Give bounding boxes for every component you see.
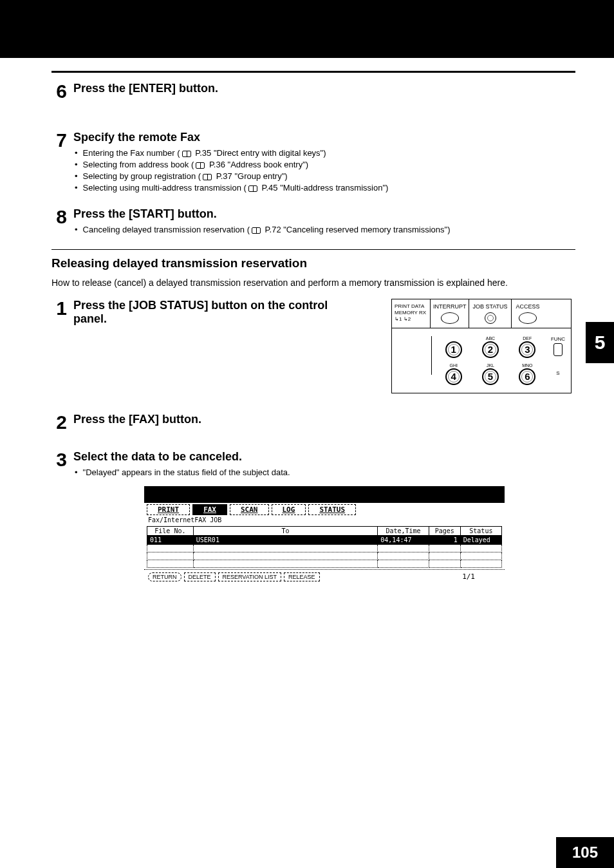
col-header: Pages <box>429 526 460 535</box>
step-number: 6 <box>51 82 73 101</box>
job-table: File No.ToDate,TimePagesStatus 011 USER0… <box>147 526 502 568</box>
cell-file: 011 <box>147 535 194 544</box>
step-b1: 1 Press the [JOB STATUS] button on the c… <box>51 299 575 393</box>
keypad-key-1: 1 <box>438 336 469 358</box>
page-indicator: 1/1 <box>462 572 475 581</box>
bullet-item: Canceling delayed transmission reservati… <box>75 225 575 234</box>
top-rule <box>51 71 575 73</box>
book-icon <box>252 227 261 234</box>
step-title: Press the [JOB STATUS] button on the con… <box>73 299 344 326</box>
step-title: Press the [START] button. <box>73 207 575 221</box>
cell-to: USER01 <box>193 535 378 544</box>
tab-status[interactable]: STATUS <box>308 504 356 515</box>
step-number: 1 <box>51 299 73 318</box>
keypad-key-4: GHI4 <box>438 363 469 385</box>
step-a8: 8Press the [START] button.Canceling dela… <box>51 207 575 236</box>
chapter-tab: 5 <box>586 322 614 363</box>
s-label: S <box>549 370 567 376</box>
table-row <box>147 552 502 560</box>
step-title: Select the data to be canceled. <box>73 450 575 464</box>
book-icon <box>196 162 205 169</box>
return-button[interactable]: RETURN <box>148 572 181 581</box>
section-rule <box>51 249 575 250</box>
bullet-item: Selecting by group registration ( P.37 "… <box>75 171 575 181</box>
keypad-key-2: ABC2 <box>475 336 505 358</box>
book-icon <box>182 151 191 157</box>
access-button-icon <box>519 312 537 324</box>
screen-subtitle: Fax/InternetFAX JOB <box>144 515 505 525</box>
panel-left-labels: PRINT DATA MEMORY RX ↳1 ↳2 <box>392 299 431 328</box>
cell-dt: 04,14:47 <box>378 535 429 544</box>
jobstatus-button-icon <box>485 312 496 324</box>
col-header: File No. <box>147 526 194 535</box>
cell-pages: 1 <box>429 535 460 544</box>
panel-col-interrupt: INTERRUPT <box>433 303 467 310</box>
book-icon <box>248 185 257 192</box>
cell-status: Delayed <box>460 535 501 544</box>
book-icon <box>203 174 212 180</box>
tab-print[interactable]: PRINT <box>147 504 190 515</box>
bullet-item: Selecting using multi-address transmissi… <box>75 183 575 193</box>
step-a7: 7Specify the remote FaxEntering the Fax … <box>51 131 575 194</box>
step-title: Press the [FAX] button. <box>73 413 575 426</box>
page-number: 105 <box>556 837 614 868</box>
step-b3: 3 Select the data to be canceled. "Delay… <box>51 450 575 584</box>
panel-col-jobstatus: JOB STATUS <box>472 303 507 310</box>
col-header: Date,Time <box>378 526 429 535</box>
keypad-key-3: DEF3 <box>512 336 543 358</box>
release-button[interactable]: RELEASE <box>284 572 320 581</box>
interrupt-button-icon <box>441 312 459 324</box>
step-title: Press the [ENTER] button. <box>73 82 575 95</box>
step-number: 2 <box>51 413 73 432</box>
step-number: 7 <box>51 131 73 194</box>
header-bar <box>0 0 614 58</box>
bullet-item: Entering the Fax number ( P.35 "Direct e… <box>75 148 575 158</box>
keypad: 1ABC2DEF3GHI4JKL5MNO6 <box>432 336 549 385</box>
step-a6: 6Press the [ENTER] button. <box>51 82 575 101</box>
func-label: FUNC <box>549 336 567 342</box>
panel-col-access: ACCESS <box>516 303 539 310</box>
step-number: 8 <box>51 207 73 236</box>
tab-log[interactable]: LOG <box>272 504 306 515</box>
page-content: 6Press the [ENTER] button.7Specify the r… <box>0 58 614 584</box>
col-header: To <box>193 526 378 535</box>
tab-scan[interactable]: SCAN <box>230 504 269 515</box>
step-b2: 2 Press the [FAX] button. <box>51 413 575 432</box>
step-title: Specify the remote Fax <box>73 131 575 144</box>
bullet-item: Selecting from address book ( P.36 "Addr… <box>75 160 575 169</box>
section-title: Releasing delayed transmission reservati… <box>51 256 575 270</box>
panel-screen <box>396 336 432 375</box>
control-panel-illustration: PRINT DATA MEMORY RX ↳1 ↳2 INTERRUPT JOB… <box>391 299 572 393</box>
table-row <box>147 560 502 567</box>
step3-note: "Delayed" appears in the status field of… <box>83 467 290 477</box>
col-header: Status <box>460 526 501 535</box>
table-row <box>147 544 502 552</box>
func-button-icon <box>554 343 563 356</box>
keypad-key-5: JKL5 <box>475 363 505 385</box>
section-desc: How to release (cancel) a delayed transm… <box>51 277 575 290</box>
delete-button[interactable]: DELETE <box>184 572 216 581</box>
reservation-list-button[interactable]: RESERVATION LIST <box>218 572 282 581</box>
tab-fax[interactable]: FAX <box>192 504 227 515</box>
table-row-selected[interactable]: 011 USER01 04,14:47 1 Delayed <box>147 535 502 544</box>
device-screen: PRINTFAXSCANLOGSTATUS Fax/InternetFAX JO… <box>144 486 505 584</box>
step-number: 3 <box>51 450 73 584</box>
keypad-key-6: MNO6 <box>512 363 543 385</box>
